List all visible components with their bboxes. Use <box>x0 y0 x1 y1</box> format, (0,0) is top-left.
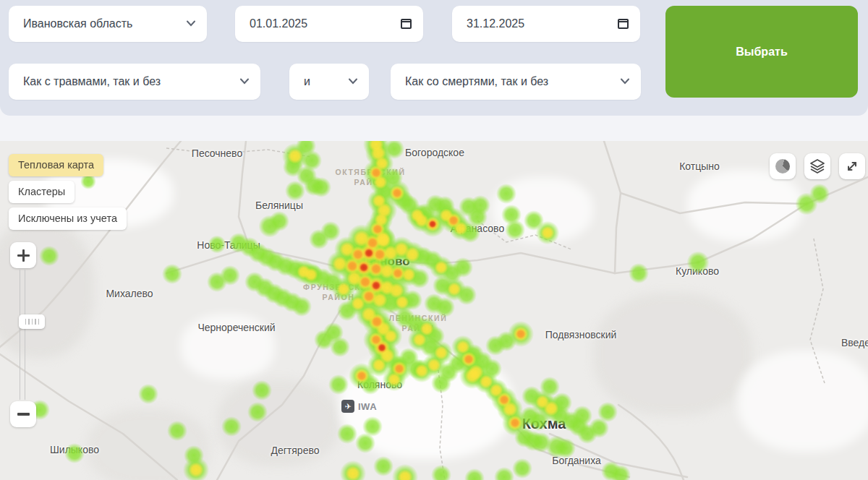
deaths-filter-value: Как со смертями, так и без <box>405 75 548 88</box>
airport-marker[interactable]: ✈ IWA <box>341 400 377 413</box>
map-town-label: Дегтярево <box>271 445 319 456</box>
layer-button-clusters[interactable]: Кластеры <box>9 181 75 203</box>
zoom-slider-handle[interactable] <box>19 314 45 329</box>
layer-button-heatmap[interactable]: Тепловая карта <box>9 154 103 176</box>
map-town-label: Богородское <box>405 147 464 158</box>
calendar-icon[interactable] <box>401 19 412 29</box>
zoom-slider-track[interactable] <box>20 270 25 400</box>
airplane-icon: ✈ <box>341 400 354 413</box>
region-select[interactable]: Ивановская область <box>9 6 207 42</box>
chevron-down-icon <box>240 78 249 85</box>
deaths-filter-select[interactable]: Как со смертями, так и без <box>391 64 641 100</box>
submit-button[interactable]: Выбрать <box>665 6 858 98</box>
date-from-input[interactable]: 01.01.2025 <box>235 6 423 42</box>
map-district-label: ФРУНЗЕНСКИЙРАЙОН <box>303 282 374 302</box>
filter-panel: Ивановская область 01.01.2025 31.12.2025… <box>0 0 868 116</box>
airport-code: IWA <box>358 401 377 412</box>
logic-operator-value: и <box>304 75 310 88</box>
map-canvas-area[interactable]: ПесочневоБогородскоеБеляницыАфанасовоНов… <box>0 141 868 480</box>
chevron-down-icon <box>621 78 629 85</box>
map-district-label: ОКТЯБРЬСКИЙРАЙОН <box>335 167 405 187</box>
injuries-filter-value: Как с травмами, так и без <box>23 75 161 88</box>
map-town-label: Ново-Талицы <box>197 239 260 251</box>
minus-icon <box>17 413 30 416</box>
map-district-label: ЛЕНИНСКИЙРАЙОН <box>389 313 448 333</box>
map-town-label: Введенье <box>841 337 868 348</box>
chevron-down-icon <box>349 78 357 85</box>
map-town-label: Михалево <box>106 288 153 299</box>
map-roads-layer <box>0 141 868 480</box>
map-city-label: Кохма <box>522 416 566 432</box>
date-from-value: 01.01.2025 <box>250 17 307 30</box>
date-to-input[interactable]: 31.12.2025 <box>452 6 640 42</box>
map-town-label: Коляново <box>357 379 402 390</box>
logic-operator-select[interactable]: и <box>289 64 369 100</box>
map-city-label: Иваново <box>357 254 409 269</box>
map-town-label: Чернореченский <box>197 322 275 333</box>
slider-ticks-icon <box>25 319 39 325</box>
map-town-label: Беляницы <box>255 200 303 211</box>
map-town-label: Шилыково <box>50 444 99 455</box>
map-town-label: Песочнево <box>192 147 242 159</box>
map-town-label: Подвязновский <box>545 329 617 340</box>
map-town-label: Афанасово <box>451 223 504 234</box>
date-to-value: 31.12.2025 <box>467 17 524 30</box>
chevron-down-icon <box>187 20 195 27</box>
map-town-label: Богданиха <box>552 455 601 466</box>
map-town-label: Куликово <box>676 265 719 277</box>
calendar-icon[interactable] <box>618 19 629 29</box>
map-town-label: Котцыно <box>679 160 720 172</box>
injuries-filter-select[interactable]: Как с травмами, так и без <box>9 64 260 100</box>
layer-button-excluded[interactable]: Исключены из учета <box>9 207 127 230</box>
zoom-out-button[interactable] <box>10 401 36 427</box>
plus-icon <box>17 249 30 262</box>
region-select-value: Ивановская область <box>23 17 132 30</box>
zoom-in-button[interactable] <box>10 242 36 268</box>
